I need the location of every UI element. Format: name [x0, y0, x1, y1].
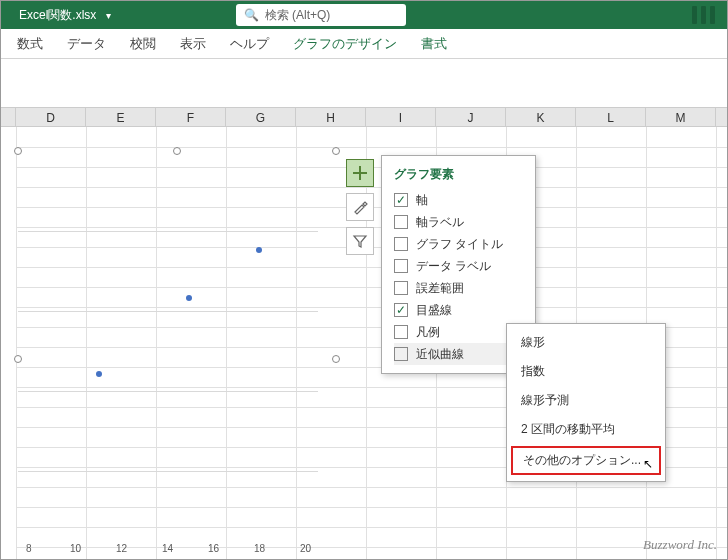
chk-gridlines[interactable]: 目盛線: [394, 299, 531, 321]
col-header[interactable]: G: [226, 108, 296, 126]
worksheet: D E F G H I J K L M 8 10 12: [1, 59, 727, 559]
filename[interactable]: Excel関数.xlsx ▾: [9, 7, 161, 24]
checkbox-icon: [394, 193, 408, 207]
checkbox-icon: [394, 281, 408, 295]
submenu-linear-forecast[interactable]: 線形予測: [507, 386, 665, 415]
chart-plot-area[interactable]: 8 10 12 14 16 18 20: [18, 151, 336, 560]
checkbox-icon: [394, 215, 408, 229]
x-tick: 18: [254, 543, 265, 554]
search-box[interactable]: 🔍 検索 (Alt+Q): [236, 4, 406, 26]
search-icon: 🔍: [244, 8, 259, 22]
col-header[interactable]: F: [156, 108, 226, 126]
col-header[interactable]: J: [436, 108, 506, 126]
col-header[interactable]: K: [506, 108, 576, 126]
filter-icon: [352, 233, 368, 249]
chk-chart-title[interactable]: グラフ タイトル: [394, 233, 531, 255]
column-headers: D E F G H I J K L M: [1, 107, 727, 127]
x-tick: 14: [162, 543, 173, 554]
filename-text: Excel関数.xlsx: [19, 8, 96, 22]
x-tick: 12: [116, 543, 127, 554]
chart-side-buttons: [346, 159, 374, 261]
tab-help[interactable]: ヘルプ: [218, 29, 281, 58]
col-header[interactable]: E: [86, 108, 156, 126]
ribbon-collapse-icon: [692, 6, 719, 24]
data-point[interactable]: [256, 247, 262, 253]
chk-axis-labels[interactable]: 軸ラベル: [394, 211, 531, 233]
submenu-more-options[interactable]: その他のオプション... ↖: [511, 446, 661, 475]
cursor-icon: ↖: [643, 457, 653, 471]
tab-formulas[interactable]: 数式: [5, 29, 55, 58]
col-header[interactable]: I: [366, 108, 436, 126]
x-tick: 20: [300, 543, 311, 554]
data-point[interactable]: [186, 295, 192, 301]
tab-view[interactable]: 表示: [168, 29, 218, 58]
plus-icon: [352, 165, 368, 181]
checkbox-icon: [394, 237, 408, 251]
ribbon-tabs: 数式 データ 校閲 表示 ヘルプ グラフのデザイン 書式: [1, 29, 727, 59]
checkbox-icon: [394, 259, 408, 273]
x-tick: 16: [208, 543, 219, 554]
chk-error-bars[interactable]: 誤差範囲: [394, 277, 531, 299]
col-header[interactable]: D: [16, 108, 86, 126]
tab-review[interactable]: 校閲: [118, 29, 168, 58]
chart-filter-button[interactable]: [346, 227, 374, 255]
submenu-moving-average[interactable]: 2 区間の移動平均: [507, 415, 665, 444]
tab-format[interactable]: 書式: [409, 29, 459, 58]
x-tick: 8: [26, 543, 32, 554]
title-bar: Excel関数.xlsx ▾ 🔍 検索 (Alt+Q): [1, 1, 727, 29]
chart-selection[interactable]: 8 10 12 14 16 18 20: [18, 151, 336, 560]
col-header[interactable]: H: [296, 108, 366, 126]
col-header[interactable]: M: [646, 108, 716, 126]
submenu-linear[interactable]: 線形: [507, 328, 665, 357]
chevron-down-icon: ▾: [106, 10, 111, 21]
trendline-submenu: 線形 指数 線形予測 2 区間の移動平均 その他のオプション... ↖: [506, 323, 666, 482]
data-point[interactable]: [96, 371, 102, 377]
chk-data-labels[interactable]: データ ラベル: [394, 255, 531, 277]
brush-icon: [352, 199, 368, 215]
chart-elements-button[interactable]: [346, 159, 374, 187]
tab-chart-design[interactable]: グラフのデザイン: [281, 29, 409, 58]
checkbox-icon: [394, 303, 408, 317]
tab-data[interactable]: データ: [55, 29, 118, 58]
watermark: Buzzword Inc.: [643, 537, 717, 553]
checkbox-icon: [394, 325, 408, 339]
submenu-exponential[interactable]: 指数: [507, 357, 665, 386]
select-all-corner[interactable]: [1, 108, 16, 126]
search-placeholder: 検索 (Alt+Q): [265, 7, 331, 24]
checkbox-icon: [394, 347, 408, 361]
x-tick: 10: [70, 543, 81, 554]
col-header[interactable]: L: [576, 108, 646, 126]
chk-axes[interactable]: 軸: [394, 189, 531, 211]
popup-title: グラフ要素: [394, 166, 531, 183]
chart-styles-button[interactable]: [346, 193, 374, 221]
